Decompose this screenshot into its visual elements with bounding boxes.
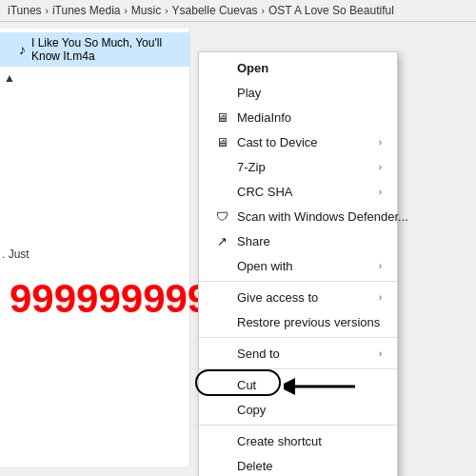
file-icon: ♪ [19, 42, 26, 57]
menu-item-restore[interactable]: Restore previous versions [199, 309, 397, 334]
menu-label-delete: Delete [237, 459, 273, 473]
menu-item-copy[interactable]: Copy [199, 397, 397, 422]
file-item[interactable]: ♪ I Like You So Much, You'll Know It.m4a [0, 32, 189, 67]
7zip-submenu-arrow: › [379, 162, 382, 172]
menu-separator [199, 368, 397, 369]
sendto-icon-placeholder [214, 346, 229, 361]
menu-separator [199, 337, 397, 338]
menu-item-scan[interactable]: 🛡Scan with Windows Defender... [199, 204, 397, 228]
menu-label-cut: Cut [237, 378, 256, 392]
restore-icon-placeholder [214, 314, 229, 329]
delete-icon-placeholder [214, 458, 229, 473]
menu-item-7zip[interactable]: 7-Zip› [199, 154, 397, 179]
breadcrumb-arrow: › [165, 6, 168, 16]
address-part: iTunes [8, 4, 42, 17]
menu-label-sendto: Send to [237, 347, 280, 361]
menu-label-7zip: 7-Zip [237, 160, 266, 174]
createshortcut-icon-placeholder [214, 433, 229, 448]
sendto-submenu-arrow: › [379, 348, 382, 359]
address-part: iTunes Media [52, 4, 121, 17]
menu-item-createshortcut[interactable]: Create shortcut [199, 428, 397, 453]
crcsha-icon-placeholder [214, 184, 229, 199]
giveaccess-submenu-arrow: › [379, 292, 382, 303]
menu-label-copy: Copy [237, 403, 266, 417]
menu-item-giveaccess[interactable]: Give access to› [199, 285, 397, 309]
breadcrumb-arrow: › [46, 6, 49, 16]
menu-label-crcsha: CRC SHA [237, 185, 293, 199]
copy-icon-placeholder [214, 402, 229, 417]
menu-label-openwith: Open with [237, 259, 293, 273]
menu-item-share[interactable]: ↗Share [199, 228, 397, 253]
breadcrumb-arrow: › [262, 6, 265, 16]
scan-icon: 🛡 [214, 208, 229, 224]
address-part: OST A Love So Beautiful [268, 4, 394, 17]
menu-item-sendto[interactable]: Send to› [199, 341, 397, 366]
cast-submenu-arrow: › [379, 137, 382, 148]
menu-item-cut[interactable]: Cut [199, 372, 397, 397]
menu-label-open: Open [237, 61, 268, 75]
nav-collapse-arrow[interactable]: ▲ [4, 71, 15, 85]
menu-label-share: Share [237, 234, 270, 248]
openwith-icon-placeholder [214, 258, 229, 273]
red-number-text: 999999999 [10, 276, 209, 322]
breadcrumb-arrow: › [125, 6, 128, 16]
menu-separator [199, 281, 397, 282]
file-name: I Like You So Much, You'll Know It.m4a [31, 36, 182, 63]
address-bar: iTunes › iTunes Media › Music › Ysabelle… [0, 0, 476, 22]
menu-label-cast: Cast to Device [237, 135, 318, 149]
menu-label-giveaccess: Give access to [237, 290, 318, 305]
menu-label-createshortcut: Create shortcut [237, 434, 322, 448]
crcsha-submenu-arrow: › [379, 187, 382, 197]
menu-label-restore: Restore previous versions [237, 315, 380, 329]
7zip-icon-placeholder [214, 159, 229, 174]
openwith-submenu-arrow: › [379, 261, 382, 271]
menu-item-openwith[interactable]: Open with› [199, 253, 397, 278]
menu-item-delete[interactable]: Delete [199, 453, 397, 476]
menu-item-play[interactable]: Play [199, 80, 397, 105]
menu-item-cast[interactable]: 🖥Cast to Device› [199, 129, 397, 154]
address-part: Ysabelle Cuevas [172, 4, 258, 17]
giveaccess-icon-placeholder [214, 289, 229, 305]
menu-label-scan: Scan with Windows Defender... [237, 209, 408, 224]
menu-item-open[interactable]: Open [199, 55, 397, 80]
play-icon-placeholder [214, 85, 229, 100]
share-icon: ↗ [214, 233, 229, 248]
address-part: Music [131, 4, 161, 17]
menu-label-play: Play [237, 86, 261, 100]
open-icon-placeholder [214, 60, 229, 75]
menu-label-mediainfo: MediaInfo [237, 110, 291, 125]
mediainfo-icon: 🖥 [214, 109, 229, 125]
context-menu: OpenPlay🖥MediaInfo🖥Cast to Device›7-Zip›… [198, 51, 398, 476]
menu-item-mediainfo[interactable]: 🖥MediaInfo [199, 105, 397, 129]
menu-item-crcsha[interactable]: CRC SHA› [199, 179, 397, 204]
cast-icon: 🖥 [214, 134, 229, 149]
cut-icon-placeholder [214, 377, 229, 392]
menu-separator [199, 425, 397, 426]
sidebar-label: . Just [2, 248, 30, 261]
